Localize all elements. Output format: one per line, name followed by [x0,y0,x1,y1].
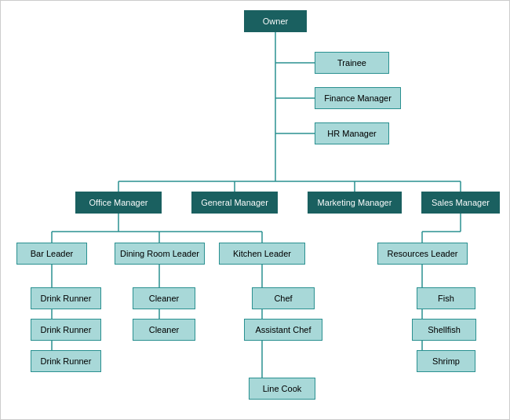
node-office: Office Manager [75,192,162,214]
node-hr: HR Manager [315,122,389,144]
node-linecook: Line Cook [249,378,315,400]
node-sales: Sales Manager [421,192,500,214]
org-chart: OwnerTraineeFinance ManagerHR ManagerOff… [1,1,510,420]
node-dining: Dining Room Leader [115,243,205,265]
node-drink2: Drink Runner [31,319,101,341]
node-drink3: Drink Runner [31,350,101,372]
node-kitchen: Kitchen Leader [219,243,305,265]
node-trainee: Trainee [315,52,389,74]
node-chef: Chef [252,287,315,309]
node-general: General Manager [191,192,278,214]
node-fish: Fish [417,287,475,309]
node-finance: Finance Manager [315,87,401,109]
node-cleaner2: Cleaner [133,319,195,341]
node-resources: Resources Leader [377,243,468,265]
node-marketing: Marketing Manager [308,192,402,214]
node-shellfish: Shellfish [412,319,476,341]
node-bar: Bar Leader [16,243,87,265]
node-cleaner1: Cleaner [133,287,195,309]
node-owner: Owner [244,10,307,32]
node-assistant: Assistant Chef [244,319,322,341]
node-shrimp: Shrimp [417,350,475,372]
node-drink1: Drink Runner [31,287,101,309]
